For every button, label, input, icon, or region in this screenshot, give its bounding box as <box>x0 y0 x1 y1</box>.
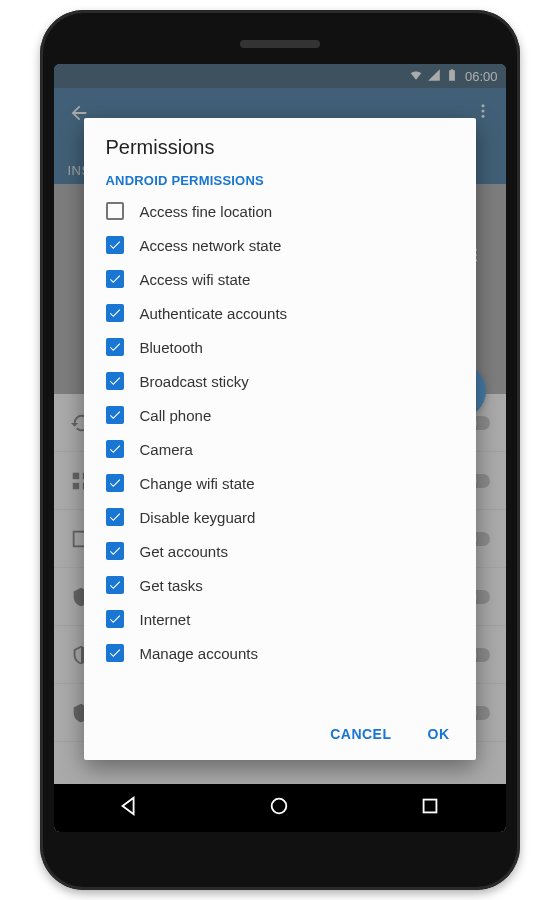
dialog-section-header: ANDROID PERMISSIONS <box>84 163 476 194</box>
permission-label: Get tasks <box>140 577 203 594</box>
permission-label: Access wifi state <box>140 271 251 288</box>
permission-checkbox[interactable] <box>106 542 124 560</box>
permission-checkbox[interactable] <box>106 236 124 254</box>
permission-checkbox[interactable] <box>106 304 124 322</box>
permission-checkbox[interactable] <box>106 270 124 288</box>
screen: 06:00 INSTA Permissions ANDROID <box>54 64 506 832</box>
cancel-button[interactable]: CANCEL <box>326 720 395 748</box>
phone-frame: 06:00 INSTA Permissions ANDROID <box>40 10 520 890</box>
permission-row[interactable]: Access wifi state <box>84 262 476 296</box>
permission-label: Authenticate accounts <box>140 305 288 322</box>
nav-recents-icon[interactable] <box>419 795 441 821</box>
permission-checkbox[interactable] <box>106 576 124 594</box>
permission-label: Bluetooth <box>140 339 203 356</box>
svg-rect-12 <box>424 800 437 813</box>
permission-label: Camera <box>140 441 193 458</box>
permission-label: Access fine location <box>140 203 273 220</box>
permission-row[interactable]: Broadcast sticky <box>84 364 476 398</box>
permission-label: Call phone <box>140 407 212 424</box>
permission-row[interactable]: Change wifi state <box>84 466 476 500</box>
phone-speaker <box>240 40 320 48</box>
permission-checkbox[interactable] <box>106 610 124 628</box>
permission-row[interactable]: Disable keyguard <box>84 500 476 534</box>
permission-row[interactable]: Manage accounts <box>84 636 476 670</box>
permission-checkbox[interactable] <box>106 474 124 492</box>
android-nav-bar <box>54 784 506 832</box>
permission-label: Access network state <box>140 237 282 254</box>
permission-row[interactable]: Access fine location <box>84 194 476 228</box>
permission-row[interactable]: Bluetooth <box>84 330 476 364</box>
permission-row[interactable]: Access network state <box>84 228 476 262</box>
permission-checkbox[interactable] <box>106 372 124 390</box>
permission-checkbox[interactable] <box>106 202 124 220</box>
dialog-title: Permissions <box>84 136 476 163</box>
nav-home-icon[interactable] <box>268 795 290 821</box>
ok-button[interactable]: OK <box>424 720 454 748</box>
permission-row[interactable]: Camera <box>84 432 476 466</box>
permission-label: Manage accounts <box>140 645 258 662</box>
permission-row[interactable]: Internet <box>84 602 476 636</box>
permission-checkbox[interactable] <box>106 508 124 526</box>
permission-label: Internet <box>140 611 191 628</box>
permission-checkbox[interactable] <box>106 644 124 662</box>
permissions-dialog: Permissions ANDROID PERMISSIONS Access f… <box>84 118 476 760</box>
permission-row[interactable]: Call phone <box>84 398 476 432</box>
permission-checkbox[interactable] <box>106 338 124 356</box>
svg-point-11 <box>272 799 287 814</box>
permission-label: Change wifi state <box>140 475 255 492</box>
permission-checkbox[interactable] <box>106 440 124 458</box>
permissions-list[interactable]: Access fine locationAccess network state… <box>84 194 476 710</box>
permission-label: Disable keyguard <box>140 509 256 526</box>
permission-row[interactable]: Get tasks <box>84 568 476 602</box>
permission-checkbox[interactable] <box>106 406 124 424</box>
permission-row[interactable]: Get accounts <box>84 534 476 568</box>
permission-row[interactable]: Authenticate accounts <box>84 296 476 330</box>
permission-label: Get accounts <box>140 543 228 560</box>
dialog-actions: CANCEL OK <box>84 710 476 754</box>
nav-back-icon[interactable] <box>118 795 140 821</box>
permission-label: Broadcast sticky <box>140 373 249 390</box>
